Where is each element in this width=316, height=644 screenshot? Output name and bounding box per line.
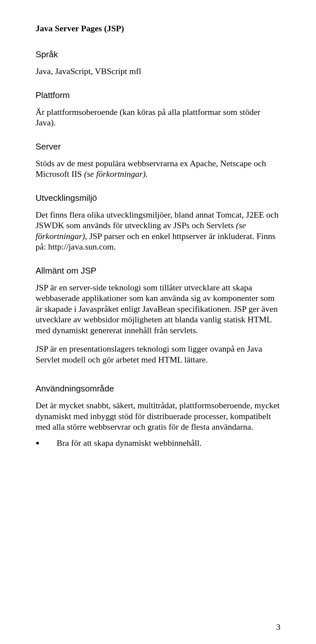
body-allmant-p1: JSP är en server-side teknologi som till… (36, 282, 280, 336)
body-allmant-p2: JSP är en presentationslagers teknologi … (36, 344, 280, 365)
heading-utvecklingsmiljo: Utvecklingsmiljö (36, 193, 280, 203)
heading-plattform: Plattform (36, 90, 280, 100)
bullet-item: Bra för att skapa dynamiskt webbinnehåll… (36, 438, 280, 449)
page-title: Java Server Pages (JSP) (36, 24, 280, 34)
heading-allmant: Allmänt om JSP (36, 266, 280, 276)
body-sprak: Java, JavaScript, VBScript mfl (36, 66, 280, 77)
bullet-text: Bra för att skapa dynamiskt webbinnehåll… (57, 438, 201, 449)
heading-sprak: Språk (36, 49, 280, 60)
body-plattform: Är plattformsoberoende (kan köras på all… (36, 107, 280, 128)
heading-anvandningsomrade: Användningsområde (36, 384, 280, 394)
heading-server: Server (36, 142, 280, 152)
document-page: Java Server Pages (JSP) Språk Java, Java… (0, 0, 316, 644)
body-utvecklingsmiljo: Det finns flera olika utvecklingsmiljöer… (36, 210, 280, 253)
body-anvandningsomrade-p1: Det är mycket snabbt, säkert, multitråda… (36, 400, 280, 433)
body-server: Stöds av de mest populära webbservrarna … (36, 158, 280, 180)
page-number: 3 (276, 622, 280, 632)
body-server-italic: (se förkortningar). (84, 169, 148, 179)
body-server-pre: Stöds av de mest populära webbservrarna … (36, 159, 266, 179)
bullet-icon (36, 442, 39, 444)
